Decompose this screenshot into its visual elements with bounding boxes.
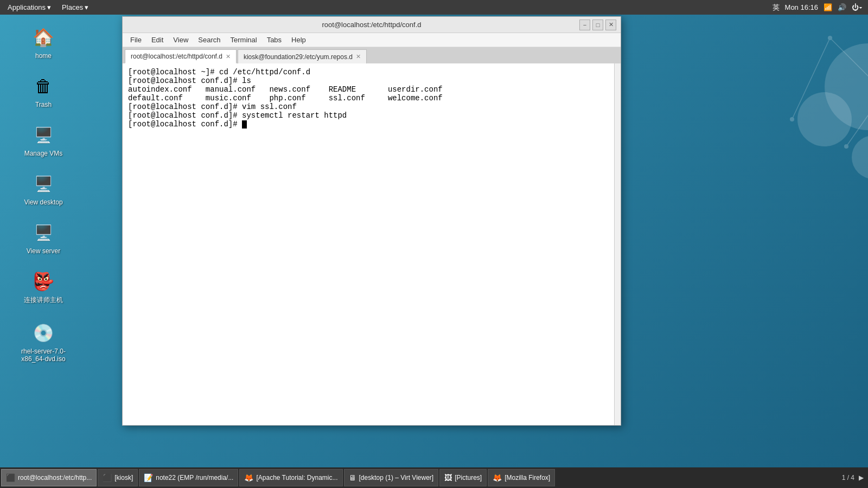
taskbar-right: 1 / 4 ▶ — [842, 474, 867, 481]
manage-vms-label: Manage VMs — [24, 150, 63, 157]
taskbar-item-apache[interactable]: 🦊 [Apache Tutorial: Dynamic... — [239, 469, 342, 486]
svg-point-5 — [844, 144, 848, 149]
taskbar-item-kiosk[interactable]: ⬛ [kiosk] — [98, 469, 138, 486]
menu-bar: File Edit View Search Terminal Tabs Help — [123, 33, 621, 47]
applications-menu[interactable]: Applications ▾ — [3, 2, 55, 12]
desktop-icon-connect-teacher[interactable]: 👺 连接讲师主机 — [19, 268, 68, 304]
applications-label: Applications — [8, 3, 46, 11]
deco-svg — [749, 11, 868, 174]
kiosk-taskbar-icon: ⬛ — [103, 473, 112, 482]
taskbar-item-firefox[interactable]: 🦊 [Mozilla Firefox] — [488, 469, 555, 486]
taskbar-item-pictures[interactable]: 🖼 [Pictures] — [439, 469, 487, 486]
svg-line-2 — [792, 38, 830, 119]
desktop-icon-trash[interactable]: 🗑 Trash — [19, 73, 68, 108]
taskbar-item-terminal[interactable]: ⬛ root@localhost:/etc/http... — [1, 469, 97, 486]
tab-1-close[interactable]: ✕ — [226, 53, 231, 60]
terminal-content[interactable]: [root@localhost ~]# cd /etc/httpd/conf.d… — [123, 63, 621, 425]
clock: Mon 16:16 — [785, 3, 818, 11]
firefox-taskbar-icon: 🦊 — [493, 473, 502, 482]
apache-taskbar-icon: 🦊 — [244, 473, 253, 482]
applications-arrow: ▾ — [47, 3, 51, 11]
svg-line-0 — [830, 38, 868, 92]
rhel-iso-icon: 💿 — [30, 320, 56, 346]
trash-label: Trash — [35, 101, 52, 108]
connect-teacher-label: 连接讲师主机 — [24, 296, 63, 304]
terminal-cursor — [242, 120, 247, 129]
taskbar-terminal-label: root@localhost:/etc/http... — [18, 474, 92, 481]
taskbar-note22-label: note22 (EMP /run/media/... — [156, 474, 233, 481]
home-label: home — [35, 52, 52, 60]
tab-1[interactable]: root@localhost:/etc/httpd/conf.d ✕ — [125, 49, 237, 63]
terminal-titlebar: root@localhost:/etc/httpd/conf.d − □ ✕ — [123, 17, 621, 33]
menu-search[interactable]: Search — [194, 35, 225, 45]
desktop-icon-home[interactable]: 🏠 home — [19, 24, 68, 60]
close-button[interactable]: ✕ — [605, 20, 616, 30]
menu-help[interactable]: Help — [287, 35, 310, 45]
view-server-icon: 🖥️ — [30, 220, 56, 246]
taskbar-item-note22[interactable]: 📝 note22 (EMP /run/media/... — [139, 469, 238, 486]
taskbar-apache-label: [Apache Tutorial: Dynamic... — [256, 474, 337, 481]
rhel-iso-label: rhel-server-7.0-x86_64-dvd.iso — [19, 348, 68, 363]
taskbar-firefox-label: [Mozilla Firefox] — [505, 474, 550, 481]
desktop-icon-view-server[interactable]: 🖥️ View server — [19, 220, 68, 255]
taskbar-item-virt-viewer[interactable]: 🖥 [desktop (1) – Virt Viewer] — [344, 469, 439, 486]
volume-icon: 🔊 — [838, 3, 846, 11]
svg-line-1 — [846, 92, 868, 146]
places-arrow: ▾ — [85, 3, 88, 11]
view-desktop-label: View desktop — [24, 198, 62, 206]
svg-point-3 — [828, 36, 832, 40]
taskbar-pictures-label: [Pictures] — [455, 474, 482, 481]
power-icon[interactable]: ⏻▾ — [852, 3, 863, 11]
view-server-label: View server — [27, 247, 60, 255]
tab-1-label: root@localhost:/etc/httpd/conf.d — [131, 53, 222, 60]
svg-point-6 — [790, 117, 794, 121]
minimize-button[interactable]: − — [579, 20, 590, 30]
pictures-taskbar-icon: 🖼 — [444, 473, 452, 482]
tab-2-label: kiosk@foundation29:/etc/yum.repos.d — [244, 53, 353, 61]
page-indicator: 1 / 4 — [842, 474, 854, 481]
taskbar-kiosk-label: [kiosk] — [114, 474, 133, 481]
places-label: Places — [62, 3, 83, 11]
tab-2-close[interactable]: ✕ — [356, 53, 361, 60]
menu-edit[interactable]: Edit — [147, 35, 168, 45]
taskbar: ⬛ root@localhost:/etc/http... ⬛ [kiosk] … — [0, 467, 868, 488]
menu-view[interactable]: View — [169, 35, 193, 45]
home-icon: 🏠 — [30, 24, 56, 50]
network-icon: 📶 — [824, 3, 832, 11]
trash-icon: 🗑 — [30, 73, 56, 99]
maximize-button[interactable]: □ — [592, 20, 603, 30]
window-controls: − □ ✕ — [579, 20, 616, 30]
desktop-icon-view-desktop[interactable]: 🖥️ View desktop — [19, 171, 68, 206]
terminal-title: root@localhost:/etc/httpd/conf.d — [322, 21, 421, 29]
virt-viewer-taskbar-icon: 🖥 — [349, 473, 356, 482]
menu-tabs[interactable]: Tabs — [263, 35, 286, 45]
manage-vms-icon: 🖥️ — [30, 122, 56, 148]
top-panel: Applications ▾ Places ▾ 英 Mon 16:16 📶 🔊 … — [0, 0, 868, 15]
desktop-icon-manage-vms[interactable]: 🖥️ Manage VMs — [19, 122, 68, 157]
menu-file[interactable]: File — [126, 35, 146, 45]
tabs-bar: root@localhost:/etc/httpd/conf.d ✕ kiosk… — [123, 47, 621, 63]
places-menu[interactable]: Places ▾ — [58, 2, 93, 12]
menu-terminal[interactable]: Terminal — [226, 35, 261, 45]
note22-taskbar-icon: 📝 — [144, 473, 153, 482]
view-desktop-icon: 🖥️ — [30, 171, 56, 197]
desktop-icon-rhel-iso[interactable]: 💿 rhel-server-7.0-x86_64-dvd.iso — [19, 320, 68, 363]
terminal-taskbar-icon: ⬛ — [6, 473, 15, 482]
taskbar-next-icon[interactable]: ▶ — [859, 474, 864, 481]
terminal-scrollbar[interactable] — [614, 63, 621, 425]
connect-teacher-icon: 👺 — [30, 268, 56, 294]
tab-2[interactable]: kiosk@foundation29:/etc/yum.repos.d ✕ — [238, 49, 367, 63]
taskbar-virt-viewer-label: [desktop (1) – Virt Viewer] — [359, 474, 434, 481]
terminal-window: root@localhost:/etc/httpd/conf.d − □ ✕ F… — [122, 16, 621, 426]
lang-indicator[interactable]: 英 — [773, 3, 780, 12]
